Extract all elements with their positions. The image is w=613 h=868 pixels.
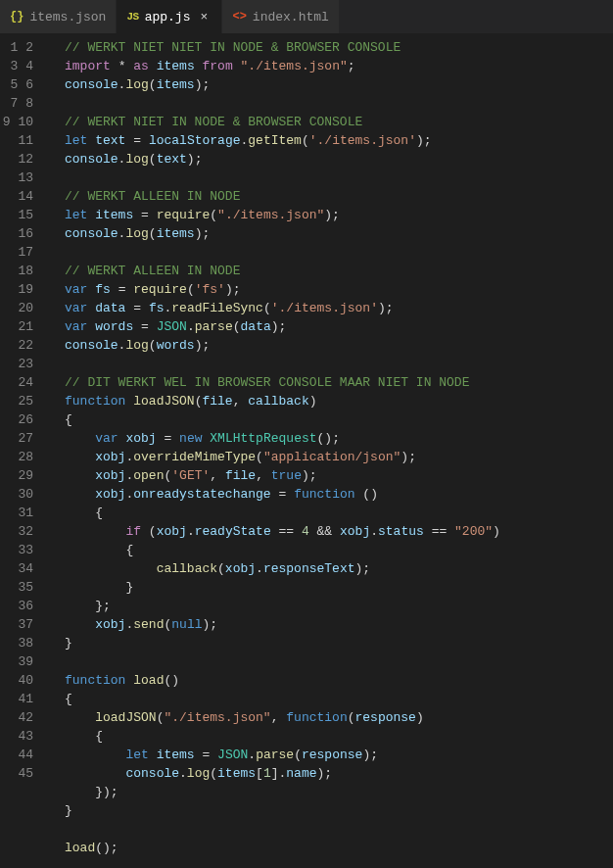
html-icon: <> xyxy=(232,10,246,24)
tab-label: items.json xyxy=(29,10,106,24)
json-icon: {} xyxy=(10,10,24,24)
editor[interactable]: 1 2 3 4 5 6 7 8 9 10 11 12 13 14 15 16 1… xyxy=(0,34,613,868)
js-icon: JS xyxy=(126,11,138,23)
close-icon[interactable]: × xyxy=(196,10,212,24)
tab-label: app.js xyxy=(145,10,191,24)
tab-index-html[interactable]: <> index.html xyxy=(222,0,339,33)
line-gutter: 1 2 3 4 5 6 7 8 9 10 11 12 13 14 15 16 1… xyxy=(0,34,49,868)
code-area[interactable]: // WERKT NIET NIET IN NODE & BROWSER CON… xyxy=(49,34,500,868)
tab-items-json[interactable]: {} items.json xyxy=(0,0,117,33)
tab-app-js[interactable]: JS app.js × xyxy=(117,0,222,33)
tab-bar: {} items.json JS app.js × <> index.html xyxy=(0,0,613,34)
tab-label: index.html xyxy=(253,10,329,24)
